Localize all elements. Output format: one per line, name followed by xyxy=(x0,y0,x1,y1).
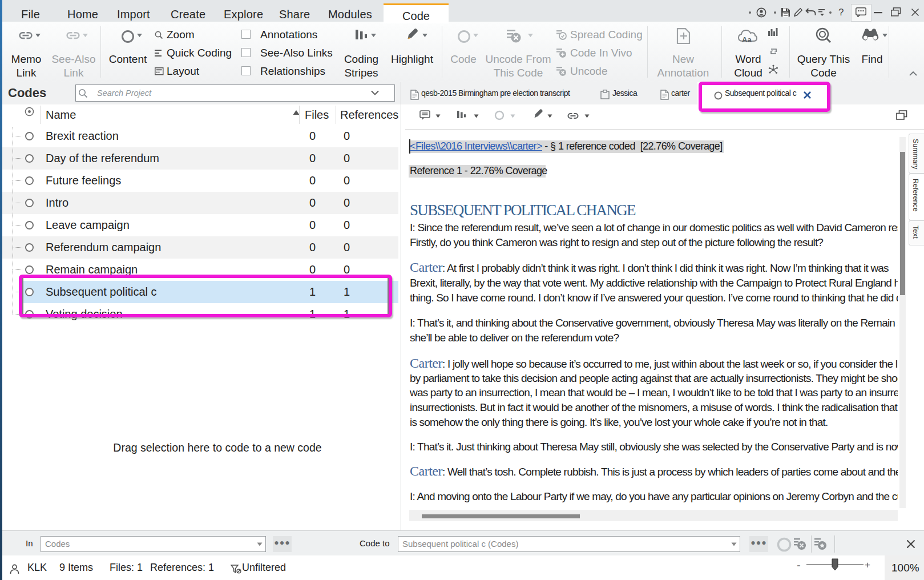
svg-text:Aa: Aa xyxy=(742,35,752,44)
